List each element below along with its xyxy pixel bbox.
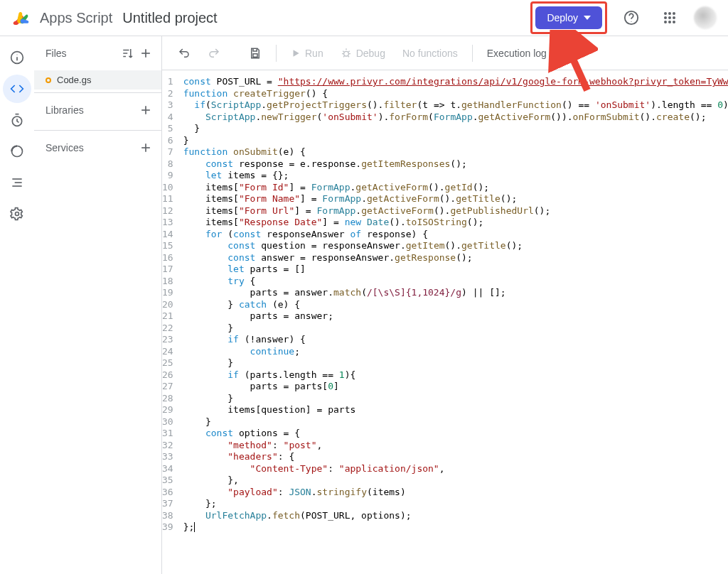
code-line[interactable]: let items = {};	[183, 170, 728, 182]
file-name: Code.gs	[57, 75, 91, 85]
app-header: Apps Script Untitled project Deploy	[0, 0, 728, 36]
code-line[interactable]: items["Form Id"] = FormApp.getActiveForm…	[183, 182, 728, 194]
main-layout: Files Code.gs Libraries Services	[0, 36, 728, 574]
code-line[interactable]: if (parts.length == 1){	[183, 369, 728, 381]
code-line[interactable]: parts = answer;	[183, 310, 728, 323]
code-line[interactable]: if (!answer) {	[183, 334, 728, 346]
svg-point-4	[673, 12, 675, 15]
code-line[interactable]: "payload": JSON.stringify(items)	[183, 487, 728, 499]
code-line[interactable]: }	[183, 416, 728, 428]
code-content[interactable]: const POST_URL = "https://www.privyr.com…	[181, 70, 728, 574]
code-line[interactable]: };	[183, 521, 728, 534]
execution-log-label: Execution log	[487, 48, 547, 59]
code-line[interactable]: },	[183, 475, 728, 487]
libraries-label: Libraries	[46, 104, 84, 116]
account-avatar[interactable]	[694, 6, 717, 29]
rail-overview-icon[interactable]	[3, 43, 31, 72]
services-label: Services	[46, 142, 84, 153]
rail-executions-icon[interactable]	[3, 137, 31, 166]
code-line[interactable]: parts = answer.match(/[\s\S]{1,1024}/g) …	[183, 287, 728, 299]
no-functions-label: No functions	[402, 48, 458, 59]
undo-button[interactable]	[171, 43, 198, 64]
svg-point-8	[664, 21, 667, 23]
code-line[interactable]: items["Form Url"] = FormApp.getActiveFor…	[183, 205, 728, 217]
code-line[interactable]: try {	[183, 276, 728, 288]
run-button[interactable]: Run	[284, 43, 331, 63]
svg-point-7	[673, 16, 675, 19]
deploy-button[interactable]: Deploy	[535, 6, 602, 29]
editor-area: Run Debug No functions Execution log 123…	[162, 36, 728, 574]
code-line[interactable]: const question = responseAnswer.getItem(…	[183, 240, 728, 252]
svg-point-2	[664, 12, 667, 15]
deploy-highlight-box: Deploy	[530, 1, 607, 34]
help-icon[interactable]	[617, 4, 646, 32]
code-line[interactable]: const answer = responseAnswer.getRespons…	[183, 252, 728, 264]
deploy-button-label: Deploy	[547, 12, 578, 23]
file-status-icon	[46, 77, 51, 83]
toolbar-separator	[472, 45, 473, 62]
code-line[interactable]: parts = parts[0]	[183, 381, 728, 393]
code-line[interactable]: let parts = []	[183, 264, 728, 276]
svg-point-10	[673, 21, 675, 23]
toolbar-separator	[276, 45, 277, 62]
code-line[interactable]: "headers": {	[183, 451, 728, 463]
svg-point-5	[664, 16, 667, 19]
left-rail	[0, 36, 34, 574]
code-editor[interactable]: 1234567891011121314151617181920212223242…	[162, 70, 728, 574]
code-line[interactable]: function onSubmit(e) {	[183, 146, 728, 158]
project-title[interactable]: Untitled project	[122, 10, 217, 26]
code-line[interactable]: }	[183, 123, 728, 135]
rail-settings-icon[interactable]	[3, 200, 31, 228]
redo-button[interactable]	[200, 43, 228, 64]
files-sidebar: Files Code.gs Libraries Services	[34, 36, 162, 574]
svg-rect-27	[253, 53, 257, 57]
editor-toolbar: Run Debug No functions Execution log	[162, 36, 728, 70]
file-item-code-gs[interactable]: Code.gs	[34, 70, 161, 90]
code-line[interactable]: continue;	[183, 346, 728, 358]
code-line[interactable]: items["Response Date"] = new Date().toIS…	[183, 217, 728, 229]
save-button[interactable]	[242, 43, 269, 64]
svg-point-6	[668, 16, 671, 19]
code-line[interactable]: "method": "post",	[183, 440, 728, 452]
function-selector[interactable]: No functions	[395, 43, 465, 63]
rail-editor-icon[interactable]	[3, 75, 31, 103]
rail-services-icon[interactable]	[3, 168, 31, 197]
add-service-icon[interactable]	[139, 141, 153, 155]
code-line[interactable]: "Content-Type": "application/json",	[183, 463, 728, 475]
rail-triggers-icon[interactable]	[3, 106, 31, 134]
libraries-header: Libraries	[34, 93, 161, 127]
run-label: Run	[305, 48, 323, 59]
header-actions: Deploy	[530, 1, 717, 34]
code-line[interactable]: const POST_URL = "https://www.privyr.com…	[183, 76, 728, 88]
code-line[interactable]: } catch (e) {	[183, 299, 728, 311]
code-line[interactable]: items["Form Name"] = FormApp.getActiveFo…	[183, 193, 728, 205]
code-line[interactable]: }	[183, 357, 728, 369]
execution-log-button[interactable]: Execution log	[480, 43, 554, 63]
svg-point-9	[668, 21, 671, 23]
caret-down-icon	[584, 16, 591, 20]
title-bar: Apps Script Untitled project	[40, 10, 520, 26]
code-line[interactable]: };	[183, 498, 728, 510]
code-line[interactable]: ScriptApp.newTrigger('onSubmit').forForm…	[183, 112, 728, 124]
services-header: Services	[34, 131, 161, 165]
code-line[interactable]: }	[183, 393, 728, 405]
debug-button[interactable]: Debug	[333, 43, 392, 63]
sort-files-icon[interactable]	[122, 47, 134, 60]
code-line[interactable]: }	[183, 135, 728, 147]
code-line[interactable]: function createTrigger() {	[183, 88, 728, 100]
code-line[interactable]: if(ScriptApp.getProjectTriggers().filter…	[183, 99, 728, 112]
debug-label: Debug	[356, 48, 385, 59]
add-file-icon[interactable]	[139, 46, 153, 60]
code-line[interactable]: UrlFetchApp.fetch(POST_URL, options);	[183, 510, 728, 522]
code-line[interactable]: }	[183, 323, 728, 335]
apps-menu-icon[interactable]	[655, 4, 684, 32]
apps-script-logo-icon	[10, 8, 30, 28]
files-header-label: Files	[46, 48, 67, 59]
code-line[interactable]: const options = {	[183, 428, 728, 440]
svg-point-20	[16, 212, 19, 216]
line-number-gutter: 1234567891011121314151617181920212223242…	[162, 70, 181, 574]
add-library-icon[interactable]	[139, 103, 153, 117]
code-line[interactable]: const response = e.response.getItemRespo…	[183, 158, 728, 170]
code-line[interactable]: for (const responseAnswer of response) {	[183, 229, 728, 241]
code-line[interactable]: items[question] = parts	[183, 404, 728, 416]
